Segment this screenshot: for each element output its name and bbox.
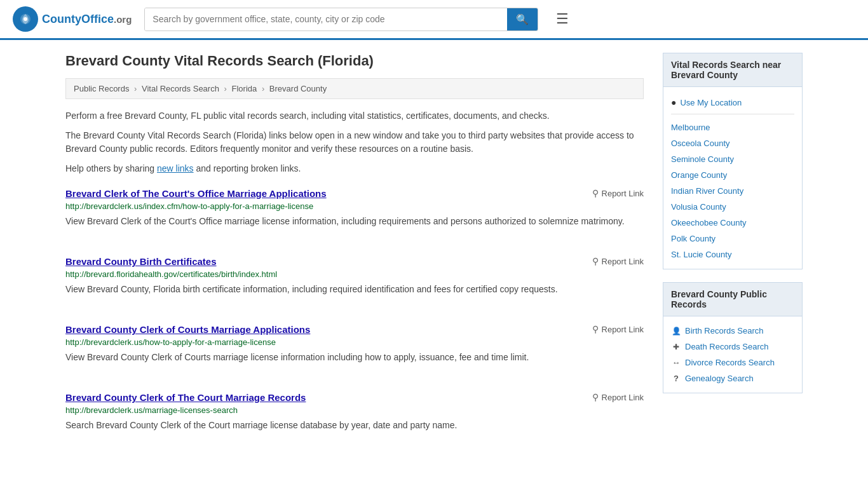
page-title: Brevard County Vital Records Search (Flo… — [65, 53, 644, 69]
logo-text: CountyOffice.org — [42, 13, 132, 26]
sidebar-item-melbourne[interactable]: Melbourne — [671, 119, 794, 135]
site-header: CountyOffice.org 🔍 ☰ — [0, 0, 868, 40]
result-title-4[interactable]: Brevard County Clerk of The Court Marria… — [65, 392, 306, 403]
result-item: Brevard County Clerk of The Court Marria… — [65, 392, 644, 445]
breadcrumb-brevard[interactable]: Brevard County — [269, 84, 327, 93]
sidebar-item-volusia[interactable]: Volusia County — [671, 199, 794, 215]
sidebar-nearby-section: Vital Records Search near Brevard County… — [663, 53, 803, 269]
intro-paragraph-1: Perform a free Brevard County, FL public… — [65, 109, 644, 123]
cross-icon — [671, 342, 681, 351]
result-title-1[interactable]: Brevard Clerk of The Court's Office Marr… — [65, 188, 327, 199]
sidebar-item-death-records[interactable]: Death Records Search — [671, 339, 794, 355]
report-icon-2: ⚲ — [592, 256, 599, 266]
sidebar-item-indian-river[interactable]: Indian River County — [671, 183, 794, 199]
svg-point-2 — [24, 17, 27, 21]
result-url-4[interactable]: http://brevardclerk.us/marriage-licenses… — [65, 405, 644, 415]
report-icon-3: ⚲ — [592, 324, 599, 334]
search-input[interactable] — [145, 8, 507, 30]
result-item: Brevard Clerk of The Court's Office Marr… — [65, 188, 644, 241]
report-link-4[interactable]: ⚲ Report Link — [592, 392, 644, 402]
result-description-4: Search Brevard County Clerk of the Court… — [65, 419, 644, 432]
sidebar-item-stlucie[interactable]: St. Lucie County — [671, 247, 794, 262]
result-description-2: View Brevard County, Florida birth certi… — [65, 283, 644, 296]
question-icon — [671, 374, 681, 383]
sidebar-item-genealogy[interactable]: Genealogy Search — [671, 370, 794, 386]
sidebar-public-records-title: Brevard County Public Records — [663, 282, 803, 316]
use-location[interactable]: ● Use My Location — [671, 93, 794, 114]
sidebar-item-seminole[interactable]: Seminole County — [671, 151, 794, 167]
report-link-3[interactable]: ⚲ Report Link — [592, 324, 644, 334]
sidebar-item-okeechobee[interactable]: Okeechobee County — [671, 215, 794, 231]
sidebar-item-orange[interactable]: Orange County — [671, 167, 794, 183]
result-item: Brevard County Birth Certificates ⚲ Repo… — [65, 256, 644, 309]
sidebar-public-records-content: Birth Records Search Death Records Searc… — [663, 316, 803, 393]
breadcrumb-florida[interactable]: Florida — [232, 84, 257, 93]
intro-paragraph-2: The Brevard County Vital Records Search … — [65, 129, 644, 156]
sidebar-public-records-section: Brevard County Public Records Birth Reco… — [663, 282, 803, 393]
breadcrumb-public-records[interactable]: Public Records — [74, 84, 129, 93]
sidebar-nearby-title: Vital Records Search near Brevard County — [663, 53, 803, 87]
search-bar: 🔍 — [144, 8, 538, 31]
hamburger-icon: ☰ — [556, 11, 569, 27]
sidebar-item-divorce-records[interactable]: Divorce Records Search — [671, 355, 794, 370]
sidebar-item-birth-records[interactable]: Birth Records Search — [671, 323, 794, 339]
report-icon-4: ⚲ — [592, 392, 599, 402]
use-location-link[interactable]: Use My Location — [680, 98, 742, 107]
result-description-1: View Brevard Clerk of the Court's Office… — [65, 215, 644, 228]
sidebar-item-osceola[interactable]: Osceola County — [671, 135, 794, 151]
main-content: Brevard County Vital Records Search (Flo… — [65, 53, 644, 460]
report-link-1[interactable]: ⚲ Report Link — [592, 188, 644, 198]
search-button[interactable]: 🔍 — [507, 8, 538, 30]
person-icon — [671, 326, 681, 336]
result-url-2[interactable]: http://brevard.floridahealth.gov/certifi… — [65, 269, 644, 279]
report-link-2[interactable]: ⚲ Report Link — [592, 256, 644, 266]
sidebar: Vital Records Search near Brevard County… — [663, 53, 803, 460]
site-logo[interactable]: CountyOffice.org — [13, 6, 132, 32]
logo-icon — [13, 6, 38, 32]
result-title-2[interactable]: Brevard County Birth Certificates — [65, 256, 217, 267]
breadcrumb-vital-records[interactable]: Vital Records Search — [142, 84, 219, 93]
result-url-3[interactable]: http://brevardclerk.us/how-to-apply-for-… — [65, 337, 644, 347]
report-icon-1: ⚲ — [592, 188, 599, 198]
new-links-link[interactable]: new links — [157, 163, 194, 173]
search-icon: 🔍 — [516, 14, 529, 25]
result-title-3[interactable]: Brevard County Clerk of Courts Marriage … — [65, 324, 310, 335]
sidebar-item-polk[interactable]: Polk County — [671, 231, 794, 247]
main-container: Brevard County Vital Records Search (Flo… — [53, 40, 815, 473]
sidebar-nearby-content: ● Use My Location Melbourne Osceola Coun… — [663, 87, 803, 269]
result-description-3: View Brevard County Clerk of Courts marr… — [65, 351, 644, 364]
pin-icon: ● — [671, 97, 676, 107]
sharing-text: Help others by sharing new links and rep… — [65, 162, 644, 175]
result-item: Brevard County Clerk of Courts Marriage … — [65, 324, 644, 377]
arrows-icon — [671, 358, 681, 367]
logo-brand: CountyOffice — [42, 13, 114, 25]
result-url-1[interactable]: http://brevardclerk.us/index.cfm/how-to-… — [65, 201, 644, 211]
logo-suffix: .org — [114, 14, 132, 25]
breadcrumb: Public Records › Vital Records Search › … — [65, 78, 644, 99]
menu-button[interactable]: ☰ — [551, 8, 574, 30]
